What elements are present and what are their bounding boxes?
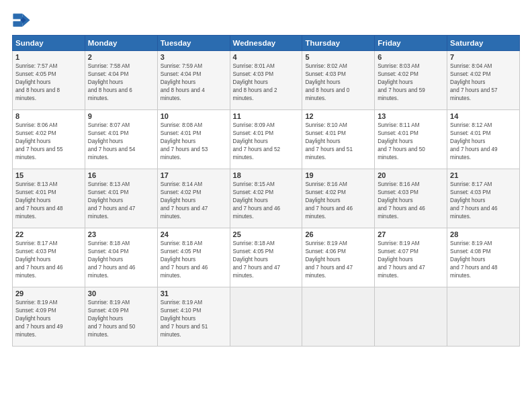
calendar-cell [375,287,447,347]
day-number: 29 [15,289,82,298]
weekday-header: Wednesday [230,36,302,51]
day-number: 23 [88,230,154,238]
cell-content: Sunrise: 8:17 AMSunset: 4:03 PMDaylight … [15,240,82,279]
calendar-cell: 25Sunrise: 8:18 AMSunset: 4:05 PMDayligh… [230,228,302,287]
day-number: 31 [161,289,227,298]
calendar-cell: 8Sunrise: 8:06 AMSunset: 4:02 PMDaylight… [13,110,85,169]
cell-content: Sunrise: 8:19 AMSunset: 4:08 PMDaylight … [450,240,517,279]
svg-rect-3 [13,21,22,26]
calendar-week-row: 8Sunrise: 8:06 AMSunset: 4:02 PMDaylight… [13,110,520,169]
day-number: 5 [305,53,371,61]
weekday-header: Friday [375,36,447,51]
cell-content: Sunrise: 8:18 AMSunset: 4:05 PMDaylight … [233,240,300,279]
day-number: 22 [15,230,82,238]
cell-content: Sunrise: 8:06 AMSunset: 4:02 PMDaylight … [15,122,82,161]
weekday-header: Sunday [13,36,85,51]
calendar-cell: 23Sunrise: 8:18 AMSunset: 4:04 PMDayligh… [85,228,157,287]
calendar-cell: 3Sunrise: 7:59 AMSunset: 4:04 PMDaylight… [157,51,230,110]
calendar-cell: 6Sunrise: 8:03 AMSunset: 4:02 PMDaylight… [375,51,447,110]
day-number: 12 [305,112,371,120]
day-number: 3 [161,53,227,61]
calendar-cell: 10Sunrise: 8:08 AMSunset: 4:01 PMDayligh… [157,110,230,169]
calendar-cell: 7Sunrise: 8:04 AMSunset: 4:02 PMDaylight… [447,51,520,110]
cell-content: Sunrise: 8:13 AMSunset: 4:01 PMDaylight … [88,181,154,220]
calendar-cell: 24Sunrise: 8:18 AMSunset: 4:05 PMDayligh… [157,228,230,287]
weekday-header-row: SundayMondayTuesdayWednesdayThursdayFrid… [13,36,520,51]
calendar-cell: 5Sunrise: 8:02 AMSunset: 4:03 PMDaylight… [302,51,375,110]
day-number: 24 [161,230,227,238]
calendar-table: SundayMondayTuesdayWednesdayThursdayFrid… [12,35,520,347]
calendar-week-row: 15Sunrise: 8:13 AMSunset: 4:01 PMDayligh… [13,169,520,228]
calendar-cell: 20Sunrise: 8:16 AMSunset: 4:03 PMDayligh… [375,169,447,228]
calendar-cell [447,287,520,347]
calendar-cell: 2Sunrise: 7:58 AMSunset: 4:04 PMDaylight… [85,51,157,110]
calendar-cell: 29Sunrise: 8:19 AMSunset: 4:09 PMDayligh… [13,287,85,347]
day-number: 28 [450,230,517,238]
calendar-cell: 30Sunrise: 8:19 AMSunset: 4:09 PMDayligh… [85,287,157,347]
day-number: 4 [233,53,300,61]
cell-content: Sunrise: 8:19 AMSunset: 4:09 PMDaylight … [88,299,154,338]
calendar-cell: 13Sunrise: 8:11 AMSunset: 4:01 PMDayligh… [375,110,447,169]
day-number: 25 [233,230,300,238]
calendar-cell: 9Sunrise: 8:07 AMSunset: 4:01 PMDaylight… [85,110,157,169]
calendar-cell: 22Sunrise: 8:17 AMSunset: 4:03 PMDayligh… [13,228,85,287]
cell-content: Sunrise: 8:08 AMSunset: 4:01 PMDaylight … [161,122,227,161]
calendar-cell: 1Sunrise: 7:57 AMSunset: 4:05 PMDaylight… [13,51,85,110]
cell-content: Sunrise: 8:11 AMSunset: 4:01 PMDaylight … [378,122,444,161]
cell-content: Sunrise: 7:59 AMSunset: 4:04 PMDaylight … [161,62,227,102]
day-number: 26 [305,230,371,238]
calendar-cell: 27Sunrise: 8:19 AMSunset: 4:07 PMDayligh… [375,228,447,287]
logo [12,11,34,30]
svg-rect-2 [13,13,22,19]
day-number: 7 [450,53,517,61]
calendar-cell: 31Sunrise: 8:19 AMSunset: 4:10 PMDayligh… [157,287,230,347]
day-number: 6 [378,53,444,61]
day-number: 9 [88,112,154,120]
cell-content: Sunrise: 7:57 AMSunset: 4:05 PMDaylight … [15,62,82,102]
day-number: 17 [161,171,227,179]
calendar-week-row: 1Sunrise: 7:57 AMSunset: 4:05 PMDaylight… [13,51,520,110]
day-number: 18 [233,171,300,179]
cell-content: Sunrise: 8:19 AMSunset: 4:10 PMDaylight … [161,299,227,338]
cell-content: Sunrise: 8:12 AMSunset: 4:01 PMDaylight … [450,122,517,161]
day-number: 10 [161,112,227,120]
calendar-cell: 14Sunrise: 8:12 AMSunset: 4:01 PMDayligh… [447,110,520,169]
day-number: 30 [88,289,154,298]
day-number: 19 [305,171,371,179]
day-number: 27 [378,230,444,238]
logo-icon [12,11,31,30]
cell-content: Sunrise: 8:03 AMSunset: 4:02 PMDaylight … [378,62,444,102]
day-number: 11 [233,112,300,120]
cell-content: Sunrise: 8:15 AMSunset: 4:02 PMDaylight … [233,181,300,220]
cell-content: Sunrise: 8:18 AMSunset: 4:04 PMDaylight … [88,240,154,279]
cell-content: Sunrise: 8:07 AMSunset: 4:01 PMDaylight … [88,122,154,161]
calendar-cell: 28Sunrise: 8:19 AMSunset: 4:08 PMDayligh… [447,228,520,287]
calendar-cell [302,287,375,347]
calendar-cell: 19Sunrise: 8:16 AMSunset: 4:02 PMDayligh… [302,169,375,228]
calendar-cell: 16Sunrise: 8:13 AMSunset: 4:01 PMDayligh… [85,169,157,228]
cell-content: Sunrise: 8:09 AMSunset: 4:01 PMDaylight … [233,122,300,161]
day-number: 8 [15,112,82,120]
day-number: 13 [378,112,444,120]
day-number: 15 [15,171,82,179]
header [12,11,520,30]
weekday-header: Tuesday [157,36,230,51]
weekday-header: Saturday [447,36,520,51]
weekday-header: Monday [85,36,157,51]
cell-content: Sunrise: 8:18 AMSunset: 4:05 PMDaylight … [161,240,227,279]
cell-content: Sunrise: 8:16 AMSunset: 4:03 PMDaylight … [378,181,444,220]
cell-content: Sunrise: 8:04 AMSunset: 4:02 PMDaylight … [450,62,517,102]
cell-content: Sunrise: 8:19 AMSunset: 4:06 PMDaylight … [305,240,371,279]
day-number: 21 [450,171,517,179]
calendar-cell: 26Sunrise: 8:19 AMSunset: 4:06 PMDayligh… [302,228,375,287]
weekday-header: Thursday [302,36,375,51]
day-number: 16 [88,171,154,179]
cell-content: Sunrise: 8:13 AMSunset: 4:01 PMDaylight … [15,181,82,220]
calendar-cell: 18Sunrise: 8:15 AMSunset: 4:02 PMDayligh… [230,169,302,228]
calendar-cell: 4Sunrise: 8:01 AMSunset: 4:03 PMDaylight… [230,51,302,110]
cell-content: Sunrise: 8:01 AMSunset: 4:03 PMDaylight … [233,62,300,102]
calendar-cell [230,287,302,347]
cell-content: Sunrise: 8:17 AMSunset: 4:03 PMDaylight … [450,181,517,220]
cell-content: Sunrise: 8:19 AMSunset: 4:09 PMDaylight … [15,299,82,338]
calendar-cell: 21Sunrise: 8:17 AMSunset: 4:03 PMDayligh… [447,169,520,228]
